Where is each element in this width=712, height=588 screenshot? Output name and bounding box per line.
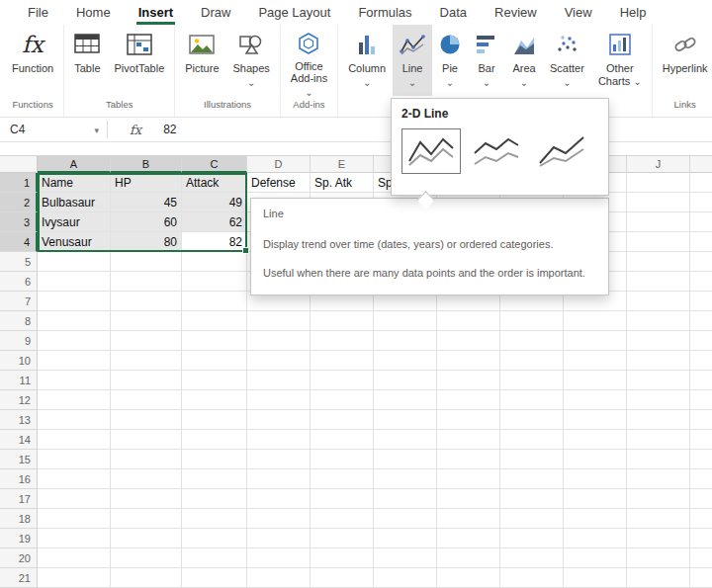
cell-F8[interactable] [374,311,437,331]
cell-J17[interactable] [627,489,690,509]
column-chart-button[interactable]: Column [341,25,393,96]
pie-chart-button[interactable]: Pie [432,25,468,96]
row-header-14[interactable]: 14 [0,430,38,450]
column-header-C[interactable]: C [182,156,247,173]
cell-G16[interactable] [437,469,500,489]
cell-D10[interactable] [247,351,311,371]
menu-tab-help[interactable]: Help [606,0,661,25]
cell-E14[interactable] [311,430,374,450]
cell-A6[interactable] [38,272,111,292]
row-header-9[interactable]: 9 [0,331,38,351]
cell-D13[interactable] [247,410,311,430]
cell-D12[interactable] [247,390,311,410]
bar-chart-button[interactable]: Bar [468,25,505,96]
cell-H16[interactable] [500,469,564,489]
cell-I19[interactable] [564,529,627,548]
cell-F10[interactable] [374,351,437,371]
cell-J18[interactable] [627,509,690,529]
pivottable-button[interactable]: PivotTable [108,25,172,96]
cell-H9[interactable] [500,331,564,351]
cell-E17[interactable] [311,489,374,509]
cell-D16[interactable] [247,469,311,489]
cell-G15[interactable] [437,450,500,469]
cell-B4[interactable]: 80 [111,232,182,252]
cell-H17[interactable] [500,489,564,509]
cell-C5[interactable] [182,252,247,272]
table-button[interactable]: Table [67,25,107,96]
menu-tab-formulas[interactable]: Formulas [344,0,425,25]
picture-button[interactable]: Picture [178,25,225,96]
cell-G9[interactable] [437,331,500,351]
row-header-18[interactable]: 18 [0,509,38,529]
cell-C14[interactable] [182,430,247,450]
cell-D14[interactable] [247,430,311,450]
hyperlink-button[interactable]: Hyperlink [656,25,712,96]
cell-C19[interactable] [182,529,247,548]
menu-tab-file[interactable]: File [14,0,62,25]
cell-F17[interactable] [374,489,437,509]
cell-C21[interactable] [182,568,247,588]
cell-C13[interactable] [182,410,247,430]
cell-A19[interactable] [38,529,111,548]
row-header-8[interactable]: 8 [0,311,38,331]
cell-B15[interactable] [111,450,182,469]
cell-G12[interactable] [437,390,500,410]
cell-I12[interactable] [564,390,627,410]
cell-C2[interactable]: 49 [182,193,247,212]
cell-A4[interactable]: Venusaur [38,232,111,252]
cell-G14[interactable] [437,430,500,450]
scatter-chart-button[interactable]: Scatter [543,25,591,96]
cell-A18[interactable] [38,509,111,529]
cell-I13[interactable] [564,410,627,430]
cell-J10[interactable] [627,351,690,371]
menu-tab-review[interactable]: Review [481,0,551,25]
cell-C3[interactable]: 62 [182,212,247,232]
other-charts-button[interactable]: Other Charts [591,25,649,96]
cell-A21[interactable] [38,568,111,588]
cell-J4[interactable] [627,232,690,252]
cell-E10[interactable] [311,351,374,371]
cell-C18[interactable] [182,509,247,529]
cell-B10[interactable] [111,351,182,371]
row-header-10[interactable]: 10 [0,351,38,371]
cell-B18[interactable] [111,509,182,529]
cell-C11[interactable] [182,371,247,390]
cell-B13[interactable] [111,410,182,430]
cell-J12[interactable] [627,390,690,410]
cell-B19[interactable] [111,529,182,548]
cell-J11[interactable] [627,371,690,390]
shapes-button[interactable]: Shapes [226,25,277,96]
menu-tab-view[interactable]: View [551,0,606,25]
cell-A16[interactable] [38,469,111,489]
cell-I11[interactable] [564,371,627,390]
cell-H19[interactable] [500,529,564,548]
row-header-15[interactable]: 15 [0,450,38,469]
cell-I10[interactable] [564,351,627,371]
cell-D21[interactable] [247,568,311,588]
cell-I9[interactable] [564,331,627,351]
cell-I18[interactable] [564,509,627,529]
cell-E13[interactable] [311,410,374,430]
cell-A7[interactable] [38,292,111,311]
name-box[interactable]: C4 [0,118,107,141]
cell-G11[interactable] [437,371,500,390]
cell-D18[interactable] [247,509,311,529]
cell-A13[interactable] [38,410,111,430]
cell-A11[interactable] [38,371,111,390]
cell-A9[interactable] [38,331,111,351]
cell-F13[interactable] [374,410,437,430]
office-addins-button[interactable]: Office Add-ins [284,25,334,96]
cell-H12[interactable] [500,390,564,410]
cell-D9[interactable] [247,331,311,351]
cell-H11[interactable] [500,371,564,390]
cell-J16[interactable] [627,469,690,489]
cell-B14[interactable] [111,430,182,450]
cell-I8[interactable] [564,311,627,331]
cell-G19[interactable] [437,529,500,548]
cell-J15[interactable] [627,450,690,469]
cell-B11[interactable] [111,371,182,390]
cell-G21[interactable] [437,568,500,588]
cell-A5[interactable] [38,252,111,272]
cell-C4[interactable]: 82 [182,232,247,252]
cell-C8[interactable] [182,311,247,331]
